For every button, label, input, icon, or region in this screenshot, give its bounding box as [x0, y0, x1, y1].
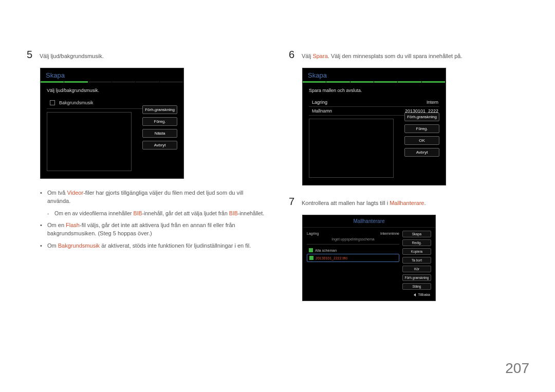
note-item: Om en Flash-fil väljs, går det inte att … [40, 221, 267, 238]
checkbox-icon[interactable] [50, 100, 55, 105]
prev-button[interactable]: Föreg. [142, 117, 177, 126]
template-manager-screen: Mallhanterare Lagring Internminne Inget … [302, 215, 436, 301]
mgr-row-filename: 20130101_2222.tlfd [316, 256, 347, 260]
mgr-delete-button[interactable]: Ta bort [402, 257, 431, 264]
mgr-storage-label: Lagring [307, 232, 319, 235]
mgr-back-button[interactable]: Tillbaka [303, 290, 435, 296]
step-text: Välj ljud/bakgrundsmusik. [40, 52, 267, 60]
screen-instruction: Spara mallen och avsluta. [309, 88, 439, 93]
step-number: 6 [288, 49, 295, 61]
mgr-storage-value: Internminne [380, 232, 399, 235]
mgr-create-button[interactable]: Skapa [402, 231, 431, 237]
storage-label: Lagring [312, 100, 327, 105]
cancel-button[interactable]: Avbryt [142, 141, 177, 150]
create-screen-audio: Skapa Välj ljud/bakgrundsmusik. Bakgrund… [40, 68, 184, 179]
step-text: Välj Spara. Välj den minnesplats som du … [302, 52, 529, 60]
cancel-button[interactable]: Avbryt [404, 148, 439, 157]
step-6: 6 Välj Spara. Välj den minnesplats som d… [288, 49, 529, 61]
notes-list: Om två Videor-filer har gjorts tillgängl… [40, 189, 267, 250]
schedule-icon [309, 256, 313, 260]
ok-button[interactable]: OK [404, 136, 439, 145]
step-text: Kontrollera att mallen har lagts till i … [302, 199, 529, 207]
name-label: Mallnamn [312, 108, 332, 114]
step-5: 5 Välj ljud/bakgrundsmusik. [26, 49, 267, 61]
note-item: Om Bakgrundsmusik är aktiverat, stöds in… [40, 242, 267, 250]
storage-row[interactable]: Lagring Intern [309, 98, 439, 107]
create-screen-save: Skapa Spara mallen och avsluta. Lagring … [302, 68, 446, 185]
note-item: Om två Videor-filer har gjorts tillgängl… [40, 189, 267, 206]
back-label: Tillbaka [418, 293, 430, 296]
mgr-subtitle: Inget uppspelningsschema [307, 236, 399, 245]
page-number: 207 [505, 360, 529, 377]
screen-instruction: Välj ljud/bakgrundsmusik. [47, 88, 177, 93]
mgr-row-label: Alla scheman [315, 249, 337, 252]
back-icon [414, 293, 416, 296]
preview-button[interactable]: Förh.granskning [404, 113, 439, 121]
mgr-title: Mallhanterare [303, 215, 435, 228]
prev-button[interactable]: Föreg. [404, 124, 439, 133]
step-7: 7 Kontrollera att mallen har lagts till … [288, 196, 529, 208]
storage-value: Intern [427, 100, 438, 105]
schedule-icon [309, 248, 313, 252]
screen-title: Skapa [41, 68, 183, 81]
mgr-storage-row: Lagring Internminne [307, 231, 399, 236]
preview-area [47, 112, 132, 171]
step-number: 7 [288, 196, 295, 208]
mgr-edit-button[interactable]: Redig. [402, 239, 431, 246]
mgr-copy-button[interactable]: Kopiera [402, 248, 431, 255]
checkbox-label: Bakgrundsmusik [59, 100, 94, 105]
mgr-close-button[interactable]: Stäng [402, 283, 431, 290]
screen-title: Skapa [303, 68, 446, 81]
mgr-row-all[interactable]: Alla scheman [307, 247, 399, 254]
mgr-row-file[interactable]: 20130101_2222.tlfd [307, 254, 399, 262]
preview-button[interactable]: Förh.granskning [142, 105, 177, 114]
note-subitem: Om en av videofilerna innehåller BIB-inn… [40, 210, 267, 217]
mgr-run-button[interactable]: Kör [402, 266, 431, 272]
preview-area [309, 119, 394, 178]
mgr-preview-button[interactable]: Förh.granskning [402, 274, 431, 281]
next-button[interactable]: Nästa [142, 129, 177, 138]
step-number: 5 [26, 49, 33, 61]
